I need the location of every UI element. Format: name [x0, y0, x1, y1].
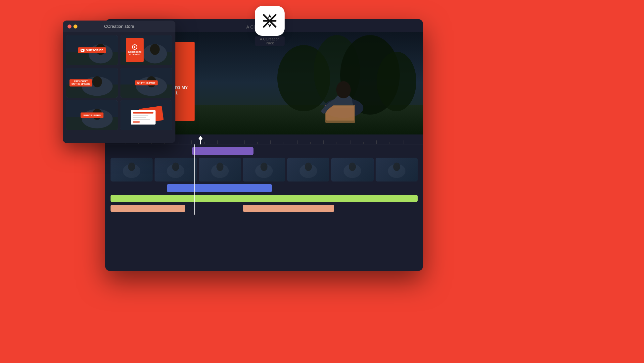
overlay-track-row — [111, 147, 418, 155]
skip-badge: SKIP THIS PART — [135, 80, 158, 85]
asset-item-subscribers[interactable]: SUBCRIBERS — [66, 100, 118, 130]
svg-point-51 — [299, 164, 317, 178]
svg-rect-56 — [376, 158, 418, 182]
video-thumb-3 — [199, 158, 241, 182]
video-thumb-2 — [155, 158, 197, 182]
svg-rect-13 — [326, 106, 354, 121]
svg-point-58 — [393, 163, 400, 171]
svg-rect-84 — [133, 117, 146, 118]
asset-window-header: CCreation.store — [63, 21, 175, 32]
music-track-row — [111, 195, 418, 202]
asset-browser-window: CCreation.store SUBSCRIBE — [63, 21, 175, 143]
svg-point-49 — [260, 163, 267, 171]
svg-rect-85 — [133, 119, 150, 120]
svg-rect-50 — [287, 158, 329, 182]
channel-card-overlay: SUBSCRIBE TO MY CHANNEL — [126, 38, 144, 62]
asset-item-cards[interactable] — [120, 100, 172, 130]
subtitle-track-row — [111, 184, 418, 192]
svg-point-45 — [211, 164, 229, 178]
svg-point-55 — [349, 163, 356, 171]
video-track — [111, 158, 418, 182]
audio-track-1[interactable] — [111, 205, 185, 212]
previously-badge-text: PREVIOUSLYON THIS EPISODE — [71, 80, 90, 85]
asset-item-previously[interactable]: PREVIOUSLYON THIS EPISODE — [66, 68, 118, 98]
video-thumb-1 — [111, 158, 153, 182]
asset-window-title: CCreation.store — [80, 24, 158, 29]
svg-marker-36 — [199, 136, 203, 141]
channel-play-icon — [132, 44, 137, 50]
svg-point-52 — [305, 163, 312, 171]
youtube-icon-sm — [80, 49, 84, 52]
timeline-tracks — [105, 144, 423, 215]
svg-rect-47 — [243, 158, 285, 182]
svg-point-66 — [150, 44, 160, 55]
video-thumb-7 — [376, 158, 418, 182]
music-track[interactable] — [111, 195, 418, 202]
channel-card-text: SUBSCRIBE TO MY CHANNEL — [127, 51, 142, 56]
app-icon — [255, 6, 285, 36]
svg-rect-86 — [133, 121, 140, 123]
subscribers-badge-text: SUBCRIBERS — [83, 114, 101, 117]
svg-point-43 — [172, 163, 179, 171]
window-close-button[interactable] — [68, 25, 71, 28]
svg-point-11 — [336, 81, 351, 98]
capcut-logo-icon — [260, 12, 279, 30]
video-thumb-5 — [287, 158, 329, 182]
svg-rect-41 — [155, 158, 197, 182]
audio-track-row — [111, 205, 418, 212]
video-thumb-6 — [331, 158, 373, 182]
timeline-area[interactable] — [105, 134, 423, 227]
svg-point-57 — [388, 164, 405, 178]
subscribe-badge: SUBSCRIBE — [78, 47, 106, 53]
svg-point-42 — [167, 164, 185, 178]
svg-rect-53 — [331, 158, 373, 182]
svg-point-40 — [128, 163, 135, 171]
asset-item-skip[interactable]: SKIP THIS PART — [120, 68, 172, 98]
svg-point-9 — [377, 52, 416, 111]
overlay-track[interactable] — [192, 147, 253, 155]
audio-track-2[interactable] — [243, 205, 334, 212]
subscribers-badge: SUBCRIBERS — [81, 113, 104, 118]
window-controls — [68, 25, 77, 28]
subscribe-badge-text: SUBSCRIBE — [86, 49, 103, 52]
svg-point-54 — [344, 164, 361, 178]
pack-label: A CCreation Pack — [255, 36, 285, 46]
svg-rect-44 — [199, 158, 241, 182]
svg-point-48 — [255, 164, 273, 178]
window-minimize-button[interactable] — [73, 25, 77, 28]
asset-grid: SUBSCRIBE SUBSCRIBE TO MY CHANNEL — [63, 32, 175, 133]
svg-rect-82 — [133, 112, 153, 114]
previously-badge: PREVIOUSLYON THIS EPISODE — [69, 79, 92, 86]
svg-rect-38 — [111, 158, 153, 182]
subtitle-track[interactable] — [167, 184, 272, 192]
asset-item-subscribe[interactable]: SUBSCRIBE — [66, 35, 118, 65]
svg-point-39 — [123, 164, 140, 178]
video-thumb-4 — [243, 158, 285, 182]
asset-item-channel[interactable]: SUBSCRIBE TO MY CHANNEL — [120, 35, 172, 65]
svg-point-46 — [216, 163, 223, 171]
svg-point-70 — [92, 76, 102, 87]
skip-badge-text: SKIP THIS PART — [137, 82, 156, 84]
svg-rect-83 — [133, 115, 148, 116]
